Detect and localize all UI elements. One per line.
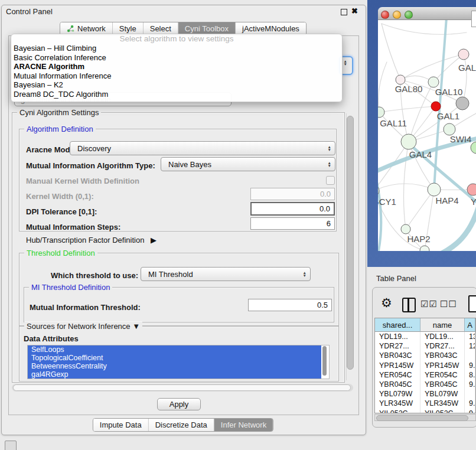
dpi-tolerance-field[interactable]: 0.0 <box>250 202 335 216</box>
apply-button[interactable]: Apply <box>157 398 201 410</box>
table-row[interactable]: YLR345WYLR345W9. <box>375 399 475 408</box>
attribute-item-selfloops[interactable]: SelfLoops <box>28 345 321 354</box>
mi-steps-field[interactable]: 6 <box>250 217 335 230</box>
new-table-icon[interactable] <box>468 295 476 312</box>
tab-select[interactable]: Select <box>144 22 178 35</box>
column-header-name[interactable]: name <box>420 318 465 332</box>
network-edge <box>400 54 464 80</box>
hub-definition-expander[interactable]: Hub/Transcription Factor Definition ▶ <box>26 236 157 244</box>
column-header-shared-[interactable]: shared... <box>375 318 420 332</box>
mac-minimize-icon[interactable] <box>393 11 401 19</box>
network-node[interactable] <box>456 97 469 110</box>
algorithm-definition-title: Algorithm Definition <box>24 125 96 133</box>
table-cell: YLR345W <box>375 399 420 408</box>
mi-steps-label: Mutual Information Steps: <box>26 223 120 231</box>
minimized-panel-icon[interactable] <box>5 441 17 450</box>
attribute-item-topologicalcoefficient[interactable]: TopologicalCoefficient <box>28 354 321 362</box>
algorithm-option-dream8-dc-tdc-algorithm[interactable]: Dream8 DC_TDC Algorithm <box>11 90 342 99</box>
algorithm-option-basic-correlation-inference[interactable]: Basic Correlation Inference <box>11 53 342 63</box>
settings-scrollbar-thumb[interactable] <box>347 116 354 370</box>
table-cell: 9 <box>465 409 475 413</box>
table-cell: YBL079W <box>375 389 420 399</box>
manual-kernel-checkbox[interactable] <box>326 176 335 185</box>
node-label-gal1: GAL1 <box>437 111 459 121</box>
table-row[interactable]: YBL079WYBL079W <box>375 389 475 399</box>
bottom-tab-infer-network-label: Infer Network <box>221 420 266 429</box>
network-node-gal[interactable] <box>458 49 469 60</box>
attribute-item-betweennesscentrality[interactable]: BetweennessCentrality <box>28 362 321 370</box>
table-hscrollbar-thumb[interactable] <box>376 415 468 421</box>
mac-close-icon[interactable] <box>381 11 389 19</box>
which-threshold-combo[interactable]: MI Threshold ▲▼ <box>141 267 311 281</box>
kernel-width-field[interactable]: 0.0 <box>250 188 335 200</box>
gear-icon[interactable]: ⚙ <box>381 296 392 310</box>
network-node[interactable] <box>420 246 429 251</box>
table-row[interactable]: YBR045CYBR045C9. <box>375 380 475 389</box>
manual-kernel-label: Manual Kernel Width Definition <box>26 177 139 185</box>
table-row[interactable]: YBR043CYBR043C <box>375 351 475 360</box>
table-row[interactable]: YDL19...YDL19...13 <box>375 332 475 341</box>
algorithm-option-aracne-algorithm[interactable]: ARACNE Algorithm <box>11 62 342 71</box>
table-hscrollbar[interactable] <box>374 414 476 421</box>
bottom-tab-infer-network[interactable]: Infer Network <box>214 419 273 431</box>
tab-network[interactable]: Network <box>60 22 113 35</box>
table-cell: 9. <box>465 399 475 408</box>
tab-cyni-toolbox-label: Cyni Toolbox <box>185 24 229 33</box>
network-edge <box>406 190 434 229</box>
network-node-gal11[interactable] <box>378 107 384 118</box>
tab-cyni-toolbox[interactable]: Cyni Toolbox <box>178 22 236 35</box>
mi-type-combo[interactable]: Naive Bayes ▲▼ <box>161 157 335 171</box>
algorithm-option-bayesian-hill-climbing[interactable]: Bayesian – Hill Climbing <box>11 44 342 53</box>
table-cell: YDR27... <box>375 341 420 351</box>
table-row[interactable]: YDR27...YDR27...12 <box>375 341 475 351</box>
network-node[interactable] <box>471 142 476 154</box>
network-node-hap4[interactable] <box>428 183 441 196</box>
columns-icon[interactable] <box>402 298 416 312</box>
mi-threshold-field[interactable]: 0.5 <box>248 299 332 311</box>
node-label-gal: GAL <box>458 63 476 73</box>
network-node-gal80[interactable] <box>396 75 405 84</box>
network-node-gal4[interactable] <box>401 134 416 149</box>
settings-hscrollbar-thumb[interactable] <box>13 384 351 391</box>
network-node-gal1[interactable] <box>431 102 441 111</box>
table-row[interactable]: YIL052CYIL052C9 <box>375 409 475 413</box>
bottom-tab-impute-data-label: Impute Data <box>100 420 142 429</box>
collapse-down-icon[interactable]: ▼ <box>132 322 140 331</box>
select-all-icon[interactable]: ☑☑ <box>420 299 438 309</box>
network-view[interactable]: GALGAL80GAL10GAL1GAL11SWI4GAL4GCY1HAP4YH… <box>378 20 476 251</box>
algorithm-option-bayesian-k2[interactable]: Bayesian – K2 <box>11 80 342 90</box>
network-node-y[interactable] <box>467 184 476 195</box>
aracne-mode-combo[interactable]: Discovery ▲▼ <box>70 141 335 155</box>
table-row[interactable]: YPR145WYPR145W9. <box>375 361 475 370</box>
which-threshold-label: Which threshold to use: <box>51 271 138 280</box>
stepper-arrows-icon: ▲▼ <box>303 271 307 277</box>
node-table: shared...nameA YDL19...YDL19...13YDR27..… <box>374 318 476 413</box>
network-node-hap2[interactable] <box>401 224 410 234</box>
table-cell: YBR045C <box>375 380 420 389</box>
control-panel-title: Control Panel <box>6 7 53 16</box>
network-node-swi4[interactable] <box>444 123 455 135</box>
cyni-bottom-tab-bar: Impute DataDiscretize DataInfer Network <box>93 418 273 432</box>
data-attributes-list[interactable]: SelfLoopsTopologicalCoefficientBetweenne… <box>27 345 330 379</box>
attribute-list-scrollbar[interactable] <box>322 346 327 376</box>
cyni-settings-title: Cyni Algorithm Settings <box>17 108 101 117</box>
algorithm-option-mutual-information-inference[interactable]: Mutual Information Inference <box>11 71 342 81</box>
network-window-titlebar[interactable] <box>378 7 476 20</box>
attribute-item-gal4rgexp[interactable]: gal4RGexp <box>28 370 321 379</box>
float-window-icon[interactable] <box>341 9 347 15</box>
settings-hscrollbar[interactable] <box>12 384 353 392</box>
bottom-tab-impute-data[interactable]: Impute Data <box>93 419 149 431</box>
network-edge <box>382 24 467 34</box>
column-header-a[interactable]: A <box>465 318 475 332</box>
table-row[interactable]: YER054CYER054C8. <box>375 370 475 380</box>
table-cell: YPR145W <box>375 361 420 370</box>
network-node-gal10[interactable] <box>428 77 439 87</box>
deselect-all-icon[interactable]: ☐☐ <box>440 299 457 309</box>
bottom-tab-discretize-data[interactable]: Discretize Data <box>149 419 214 431</box>
tab-style[interactable]: Style <box>113 22 144 35</box>
stepper-arrows-icon: ▲▼ <box>328 161 331 167</box>
dropdown-placeholder: Select algorithm to view settings <box>11 34 342 44</box>
mac-zoom-icon[interactable] <box>405 11 413 19</box>
tab-jactivemnodules[interactable]: jActiveMNodules <box>236 22 306 35</box>
close-icon[interactable]: ✖ <box>351 6 358 15</box>
